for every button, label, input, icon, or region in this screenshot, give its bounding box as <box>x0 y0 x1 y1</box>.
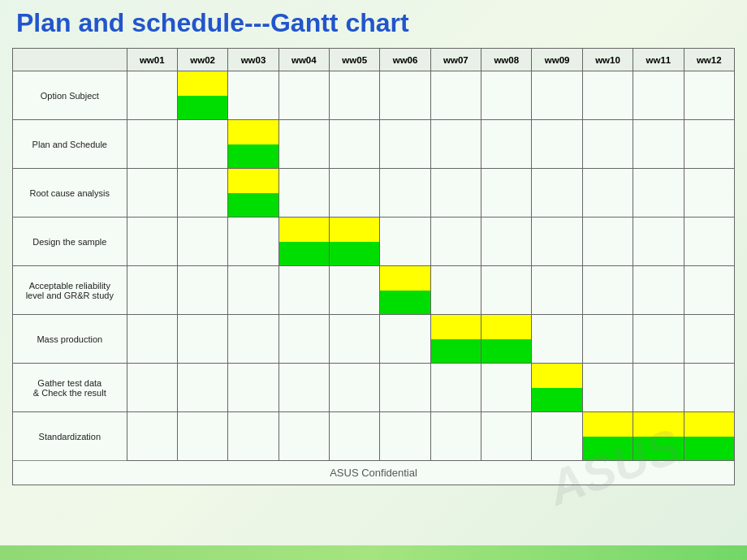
cell-actual-4-7 <box>481 291 532 315</box>
header-ww07: ww07 <box>430 49 481 71</box>
cell-plan-3-5 <box>380 218 430 242</box>
cell-plan-1-9 <box>582 120 633 144</box>
cell-actual-4-6 <box>430 291 481 315</box>
cell-actual-0-8 <box>532 96 582 120</box>
cell-plan-7-2 <box>228 412 279 437</box>
header-ww10: ww10 <box>582 49 633 71</box>
cell-plan-2-2 <box>228 169 279 193</box>
cell-plan-3-9 <box>582 218 633 242</box>
cell-actual-4-10 <box>633 291 684 315</box>
cell-plan-4-1 <box>177 266 227 291</box>
cell-plan-1-8 <box>532 120 582 144</box>
cell-actual-2-2 <box>228 193 279 218</box>
cell-actual-1-10 <box>633 144 684 169</box>
cell-plan-1-5 <box>380 120 430 144</box>
cell-actual-4-9 <box>582 291 633 315</box>
header-ww12: ww12 <box>684 49 734 71</box>
cell-actual-0-7 <box>481 96 532 120</box>
cell-actual-5-2 <box>228 339 279 364</box>
cell-actual-0-1 <box>177 96 227 120</box>
cell-actual-4-0 <box>127 291 177 315</box>
cell-actual-1-0 <box>127 144 177 169</box>
cell-plan-2-3 <box>279 169 329 193</box>
cell-plan-1-1 <box>177 120 227 144</box>
cell-actual-6-10 <box>633 388 684 412</box>
cell-plan-0-8 <box>532 71 582 96</box>
cell-plan-7-0 <box>127 412 177 437</box>
bottom-bar <box>0 545 747 560</box>
cell-actual-4-5 <box>380 291 430 315</box>
cell-actual-7-8 <box>532 437 582 461</box>
cell-actual-1-11 <box>684 144 734 169</box>
cell-actual-7-0 <box>127 437 177 461</box>
cell-plan-7-11 <box>684 412 734 437</box>
cell-plan-7-9 <box>582 412 633 437</box>
gantt-row-5-plan: Mass production <box>13 315 735 339</box>
cell-plan-2-10 <box>633 169 684 193</box>
cell-plan-3-11 <box>684 218 734 242</box>
cell-actual-1-8 <box>532 144 582 169</box>
cell-actual-7-4 <box>330 437 380 461</box>
cell-actual-0-4 <box>330 96 380 120</box>
cell-actual-7-11 <box>684 437 734 461</box>
cell-plan-5-1 <box>177 315 227 339</box>
header-ww02: ww02 <box>177 49 227 71</box>
page-container: Plan and schedule---Gantt chart ww01 ww0… <box>0 0 747 560</box>
cell-actual-2-11 <box>684 193 734 218</box>
cell-plan-5-0 <box>127 315 177 339</box>
cell-actual-3-2 <box>228 242 279 266</box>
cell-actual-1-9 <box>582 144 633 169</box>
cell-plan-6-1 <box>177 364 227 388</box>
cell-actual-3-7 <box>481 242 532 266</box>
gantt-row-6-plan: Gather test data& Check the result <box>13 364 735 388</box>
cell-actual-5-6 <box>430 339 481 364</box>
cell-plan-4-6 <box>430 266 481 291</box>
cell-actual-5-0 <box>127 339 177 364</box>
cell-actual-2-1 <box>177 193 227 218</box>
cell-actual-1-2 <box>228 144 279 169</box>
cell-actual-2-3 <box>279 193 329 218</box>
cell-plan-0-4 <box>330 71 380 96</box>
gantt-chart: ww01 ww02 ww03 ww04 ww05 ww06 ww07 ww08 … <box>12 48 735 485</box>
cell-actual-7-10 <box>633 437 684 461</box>
cell-actual-1-1 <box>177 144 227 169</box>
cell-actual-2-5 <box>380 193 430 218</box>
header-ww03: ww03 <box>228 49 279 71</box>
cell-actual-5-4 <box>330 339 380 364</box>
cell-actual-4-11 <box>684 291 734 315</box>
cell-plan-1-3 <box>279 120 329 144</box>
cell-actual-1-3 <box>279 144 329 169</box>
cell-actual-5-11 <box>684 339 734 364</box>
cell-actual-1-4 <box>330 144 380 169</box>
cell-plan-7-6 <box>430 412 481 437</box>
cell-plan-3-10 <box>633 218 684 242</box>
cell-actual-7-3 <box>279 437 329 461</box>
cell-actual-2-4 <box>330 193 380 218</box>
cell-plan-1-4 <box>330 120 380 144</box>
cell-plan-7-1 <box>177 412 227 437</box>
cell-plan-4-8 <box>532 266 582 291</box>
cell-actual-7-1 <box>177 437 227 461</box>
cell-actual-6-11 <box>684 388 734 412</box>
cell-plan-2-0 <box>127 169 177 193</box>
cell-plan-2-8 <box>532 169 582 193</box>
cell-plan-0-5 <box>380 71 430 96</box>
gantt-row-3-plan: Design the sample <box>13 218 735 242</box>
cell-plan-7-7 <box>481 412 532 437</box>
cell-plan-4-7 <box>481 266 532 291</box>
cell-actual-2-7 <box>481 193 532 218</box>
cell-plan-0-10 <box>633 71 684 96</box>
cell-actual-6-5 <box>380 388 430 412</box>
cell-actual-4-3 <box>279 291 329 315</box>
cell-actual-5-8 <box>532 339 582 364</box>
cell-plan-5-2 <box>228 315 279 339</box>
row-label-7: Standardization <box>13 412 127 461</box>
gantt-row-2-plan: Root cause analysis <box>13 169 735 193</box>
cell-actual-6-6 <box>430 388 481 412</box>
cell-plan-6-2 <box>228 364 279 388</box>
cell-plan-3-8 <box>532 218 582 242</box>
cell-actual-4-1 <box>177 291 227 315</box>
row-label-3: Design the sample <box>13 218 127 266</box>
cell-plan-2-9 <box>582 169 633 193</box>
cell-plan-1-2 <box>228 120 279 144</box>
